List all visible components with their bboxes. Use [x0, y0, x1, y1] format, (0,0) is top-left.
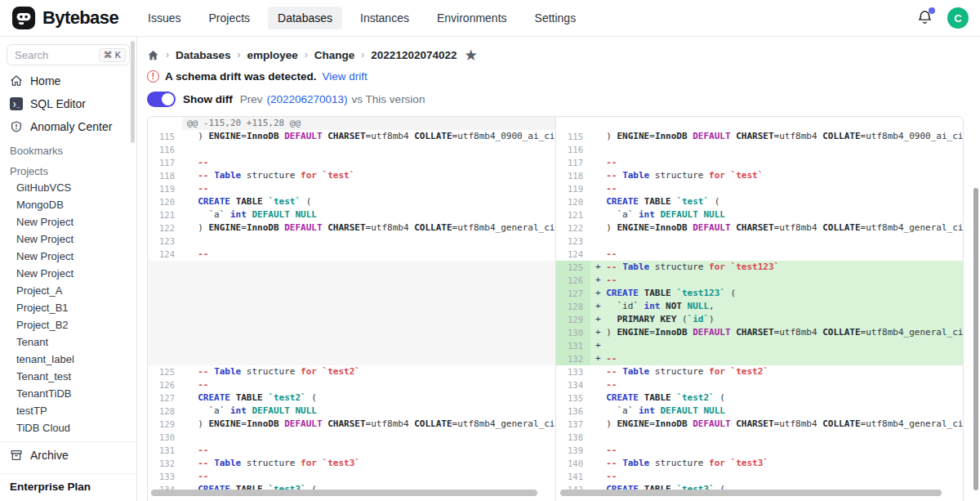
code-line: --	[182, 248, 555, 261]
breadcrumb-item-change[interactable]: Change	[314, 49, 355, 61]
sidebar-project-item[interactable]: Project_B1	[0, 299, 136, 316]
line-number: 130	[148, 431, 182, 444]
sidebar-project-item[interactable]: Tenant_test	[0, 368, 136, 385]
bytebase-logo[interactable]: Bytebase	[11, 6, 118, 30]
breadcrumb-item-version[interactable]: 20221202074022	[371, 49, 457, 61]
line-number: 120	[556, 195, 590, 208]
diff-line: 132+ --	[556, 352, 963, 365]
bookmark-star-icon[interactable]: ★	[465, 47, 476, 63]
sidebar-project-item[interactable]: TiDB Cloud	[0, 419, 136, 436]
schema-drift-alert: ! A schema drift was detected. View drif…	[147, 69, 964, 83]
show-diff-label: Show diff	[183, 93, 233, 105]
line-number	[148, 339, 182, 352]
code-line	[182, 339, 555, 352]
sidebar-project-item[interactable]: GitHubVCS	[0, 179, 136, 196]
breadcrumb-home-icon[interactable]	[147, 49, 159, 61]
nav-item-instances[interactable]: Instances	[350, 7, 419, 29]
diff-line: 116	[556, 143, 963, 156]
view-drift-link[interactable]: View drift	[323, 70, 368, 83]
code-line: CREATE TABLE `test2` (	[590, 391, 963, 405]
breadcrumb: › Databases › employee › Change › 202212…	[147, 47, 964, 63]
sidebar-project-item[interactable]: Project_A	[0, 282, 136, 299]
sidebar-project-item[interactable]: New Project	[0, 248, 136, 265]
code-line: CREATE TABLE `test2` (	[182, 391, 555, 405]
code-line: --	[182, 182, 555, 195]
page-scrollbar[interactable]	[973, 188, 978, 490]
sidebar-scrollbar[interactable]	[131, 41, 135, 143]
sidebar-project-item[interactable]: MongoDB	[0, 196, 136, 213]
diff-line: 127+ CREATE TABLE `test123` (	[556, 287, 963, 300]
line-number: 133	[148, 470, 182, 483]
diff-line: 124 --	[556, 248, 963, 261]
sidebar-project-item[interactable]: testTP	[0, 402, 136, 419]
code-line: + CREATE TABLE `test123` (	[590, 287, 963, 300]
diff-hunk-header: @@ -115,20 +115,28 @@	[148, 117, 555, 130]
line-number: 119	[556, 182, 590, 195]
sidebar-project-item[interactable]: Tenant	[0, 333, 136, 351]
nav-item-projects[interactable]: Projects	[199, 7, 261, 29]
diff-toolbar: Show diff Prev (202206270013) vs This ve…	[147, 91, 964, 107]
sidebar-project-item[interactable]: New Project	[0, 230, 136, 248]
line-number: 136	[556, 405, 590, 418]
notifications-bell-icon[interactable]	[916, 9, 934, 27]
brand-name: Bytebase	[42, 7, 118, 29]
user-avatar[interactable]: C	[947, 7, 969, 29]
code-line: + --	[590, 352, 963, 365]
line-number: 132	[556, 352, 590, 365]
diff-pane-left[interactable]: @@ -115,20 +115,28 @@115 ) ENGINE=InnoDB…	[148, 117, 555, 501]
diff-line: 131+	[556, 339, 963, 352]
code-line: --	[590, 444, 963, 457]
breadcrumb-item-databases[interactable]: Databases	[176, 49, 231, 61]
diff-left-horizontal-scrollbar[interactable]	[151, 490, 537, 496]
sidebar-section-bookmarks[interactable]: Bookmarks	[0, 138, 136, 159]
diff-line: 121 `a` int DEFAULT NULL	[148, 208, 555, 221]
line-number: 129	[148, 418, 182, 431]
nav-item-issues[interactable]: Issues	[138, 7, 190, 29]
code-line: `a` int DEFAULT NULL	[182, 208, 555, 221]
prev-version-link[interactable]: (202206270013)	[267, 93, 348, 105]
line-number: 123	[556, 235, 590, 248]
sidebar-project-item[interactable]: New Project	[0, 265, 136, 282]
line-number	[556, 117, 590, 130]
diff-line: 123	[148, 235, 555, 248]
line-number: 121	[556, 208, 590, 221]
diff-line: 133 --	[148, 470, 555, 483]
sidebar-project-item[interactable]: tenant_label	[0, 351, 136, 368]
code-line	[182, 431, 555, 444]
diff-line: 119 --	[556, 182, 963, 195]
plan-label: Enterprise Plan	[0, 473, 136, 501]
sidebar-item-anomaly-center[interactable]: Anomaly Center	[0, 115, 136, 138]
line-number: 134	[556, 378, 590, 391]
nav-item-databases[interactable]: Databases	[268, 7, 342, 29]
code-line: + --	[590, 274, 963, 287]
diff-line: 123	[556, 235, 963, 248]
code-line	[590, 431, 963, 444]
nav-item-settings[interactable]: Settings	[525, 7, 586, 29]
sidebar-project-item[interactable]: Project_B2	[0, 316, 136, 333]
code-line: -- Table structure for `test2`	[182, 365, 555, 378]
diff-line: 131 --	[148, 444, 555, 457]
code-line: -- Table structure for `test`	[590, 169, 963, 182]
code-line: `a` int DEFAULT NULL	[590, 405, 963, 418]
sidebar-item-home[interactable]: Home	[0, 69, 136, 92]
diff-pane-right[interactable]: 115 ) ENGINE=InnoDB DEFAULT CHARSET=utf8…	[555, 117, 963, 501]
breadcrumb-item-employee[interactable]: employee	[247, 49, 298, 61]
line-number: 135	[556, 391, 590, 405]
sidebar-project-item[interactable]: TenantTiDB	[0, 385, 136, 402]
sidebar-section-projects[interactable]: Projects	[0, 159, 136, 179]
line-number: 115	[556, 130, 590, 143]
code-line	[182, 274, 555, 287]
sidebar-project-item[interactable]: New Project	[0, 213, 136, 230]
sidebar-item-archive[interactable]: Archive	[0, 441, 136, 468]
code-line	[182, 143, 555, 156]
diff-line: 130	[148, 431, 555, 444]
nav-item-environments[interactable]: Environments	[427, 7, 517, 29]
sidebar-item-sql-editor[interactable]: ❯_ SQL Editor	[0, 92, 136, 115]
code-line: ) ENGINE=InnoDB DEFAULT CHARSET=utf8mb4 …	[590, 221, 963, 235]
line-number	[148, 287, 182, 300]
diff-line: 115 ) ENGINE=InnoDB DEFAULT CHARSET=utf8…	[148, 130, 555, 143]
diff-line: 125+ -- Table structure for `test123`	[556, 261, 963, 274]
show-diff-toggle[interactable]	[147, 92, 176, 107]
search-input[interactable]: Search ⌘ K	[7, 44, 130, 65]
diff-right-horizontal-scrollbar[interactable]	[560, 490, 942, 496]
